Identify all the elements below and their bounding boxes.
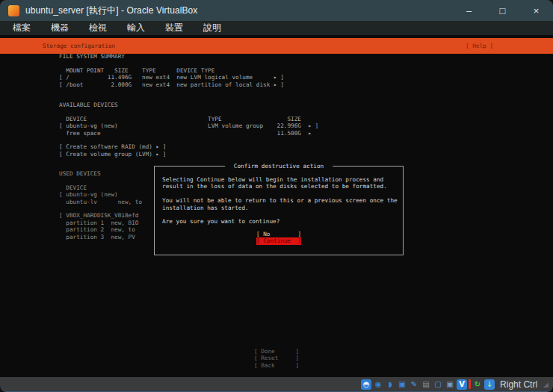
installer-header-bar: Storage configuration [ Help ] [0, 38, 553, 54]
vm-screen: Storage configuration [ Help ] FILE SYST… [0, 35, 553, 377]
menu-devices[interactable]: 裝置 [165, 22, 183, 34]
confirm-destructive-action-dialog: Confirm destructive action Selecting Con… [154, 166, 404, 255]
menu-machine[interactable]: 機器 [51, 22, 69, 34]
virtualbox-icon [8, 5, 19, 16]
audio-icon[interactable]: ◗ [385, 379, 395, 390]
dialog-message: Selecting Continue below will begin the … [162, 176, 398, 225]
file-system-summary-section: FILE SYSTEM SUMMARY MOUNT POINT SIZE TYP… [59, 53, 284, 88]
done-button[interactable]: [ Done ] [254, 348, 299, 355]
menu-input[interactable]: 輸入 [127, 22, 145, 34]
statusbar: ◓◉◗▣✎▤▢▣V↻↓ Right Ctrl ◢ [0, 377, 553, 392]
used-devices-section: USED DEVICES DEVICE [ ubuntu-vg (new) ub… [59, 170, 142, 240]
display-icon[interactable]: ▢ [433, 379, 443, 390]
maximize-button[interactable]: □ [486, 0, 519, 21]
hard-disk-icon[interactable]: ◓ [361, 379, 371, 390]
continue-button[interactable]: [ Continue ] [256, 237, 301, 244]
menu-file[interactable]: 檔案 [13, 22, 31, 34]
help-button[interactable]: [ Help ] [466, 43, 493, 49]
host-key-label: Right Ctrl [500, 379, 537, 390]
reset-button[interactable]: [ Reset ] [254, 355, 299, 361]
menu-help[interactable]: 說明 [203, 22, 221, 34]
optical-disc-icon[interactable]: ◉ [373, 379, 383, 390]
footer-buttons: [ Done ] [ Reset ] [ Back ] [0, 348, 553, 369]
features-icon[interactable]: V [457, 379, 467, 390]
virtualbox-window: ubuntu_server [執行中] - Oracle VirtualBox … [0, 0, 553, 392]
window-controls: – □ × [452, 0, 553, 21]
menu-view[interactable]: 檢視 [89, 22, 107, 34]
available-devices-section: AVAILABLE DEVICES DEVICE TYPE SIZE [ ubu… [59, 102, 318, 158]
close-button[interactable]: × [519, 0, 553, 21]
recording-icon[interactable]: ▣ [445, 379, 455, 390]
dialog-buttons: [ No ] [ Continue ] [155, 231, 403, 245]
resize-grip-icon[interactable]: ◢ [543, 381, 549, 388]
network-icon[interactable]: ▣ [397, 379, 407, 390]
menubar: 檔案 機器 檢視 輸入 裝置 說明 [0, 21, 553, 35]
window-title: ubuntu_server [執行中] - Oracle VirtualBox [25, 4, 197, 17]
usb-icon[interactable]: ✎ [409, 379, 419, 390]
dialog-title: Confirm destructive action [225, 163, 333, 169]
titlebar: ubuntu_server [執行中] - Oracle VirtualBox … [0, 0, 553, 21]
minimize-button[interactable]: – [452, 0, 486, 21]
keyboard-capture-icon[interactable]: ↓ [484, 379, 495, 390]
mouse-integration-icon[interactable]: ↻ [472, 379, 483, 390]
page-title: Storage configuration [43, 43, 115, 49]
shared-folders-icon[interactable]: ▤ [421, 379, 431, 390]
no-button[interactable]: [ No ] [256, 231, 301, 237]
vm-activity-bar[interactable] [469, 379, 471, 389]
statusbar-icons: ◓◉◗▣✎▤▢▣V↻↓ [361, 379, 495, 390]
back-button[interactable]: [ Back ] [254, 362, 299, 369]
